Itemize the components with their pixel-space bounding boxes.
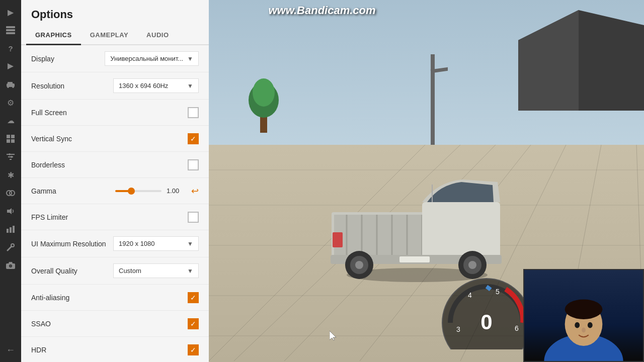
svg-point-27 [10, 265, 12, 267]
vertical-sync-setting: Vertical Sync ✓ [21, 126, 209, 152]
svg-rect-1 [6, 29, 15, 31]
camera-icon[interactable] [3, 257, 19, 274]
display-setting: Display Универсальный монит... ▼ [21, 45, 209, 72]
display-dropdown[interactable]: Универсальный монит... ▼ [105, 51, 199, 66]
svg-marker-81 [330, 331, 336, 340]
svg-marker-3 [8, 63, 14, 69]
svg-rect-2 [6, 32, 15, 34]
overall-quality-dropdown[interactable]: Custom ▼ [113, 263, 199, 278]
svg-rect-22 [13, 226, 15, 233]
svg-point-15 [9, 153, 11, 155]
svg-rect-5 [8, 82, 13, 84]
gamma-slider[interactable] [115, 190, 162, 192]
svg-rect-11 [11, 139, 15, 143]
sidebar: ▶ ? ⚙ ☁ ✱ ← [0, 0, 21, 362]
coins-icon[interactable] [3, 185, 19, 201]
svg-point-7 [12, 86, 14, 88]
media-icon[interactable] [3, 58, 19, 74]
svg-point-67 [468, 261, 476, 269]
ssao-checkbox[interactable]: ✓ [188, 318, 199, 329]
page-title: Options [21, 0, 209, 26]
filter-icon[interactable] [3, 149, 19, 165]
mouse-cursor [330, 331, 337, 343]
display-value: Универсальный монит... [110, 55, 183, 62]
svg-rect-20 [7, 229, 9, 233]
help-icon[interactable]: ? [3, 40, 19, 56]
borderless-setting: Borderless [21, 152, 209, 178]
anti-aliasing-setting: Anti-aliasing ✓ [21, 285, 209, 311]
ui-resolution-dropdown-arrow: ▼ [187, 240, 193, 247]
svg-text:6: 6 [515, 324, 519, 332]
wrench-icon[interactable] [3, 239, 19, 255]
resolution-value: 1360 x 694 60Hz [119, 82, 168, 89]
svg-point-79 [588, 322, 593, 328]
svg-point-24 [11, 244, 14, 247]
svg-text:5: 5 [496, 288, 500, 296]
chart-icon[interactable] [3, 221, 19, 237]
resolution-setting: Resolution 1360 x 694 60Hz ▼ [21, 72, 209, 100]
overall-quality-dropdown-arrow: ▼ [187, 267, 193, 275]
dark-structure [518, 0, 644, 111]
gamma-value: 1.00 [167, 187, 184, 195]
svg-rect-60 [399, 256, 430, 262]
svg-text:0: 0 [480, 310, 492, 334]
options-panel: Options GRAPHICS GAMEPLAY AUDIO Display … [21, 0, 209, 362]
settings-list: Display Универсальный монит... ▼ Resolut… [21, 45, 209, 362]
borderless-label: Borderless [31, 161, 188, 169]
svg-point-78 [575, 322, 580, 328]
overall-quality-value: Custom [119, 267, 141, 275]
svg-rect-9 [11, 135, 15, 138]
webcam-overlay [523, 269, 644, 362]
grid-icon[interactable] [3, 131, 19, 147]
back-icon[interactable]: ← [3, 342, 19, 358]
ui-resolution-label: UI Maximum Resolution [31, 240, 113, 248]
svg-point-64 [355, 261, 363, 269]
hdr-setting: HDR ✓ [21, 337, 209, 362]
fullscreen-checkbox[interactable] [188, 107, 199, 118]
fullscreen-setting: Full Screen [21, 100, 209, 126]
asterisk-icon[interactable]: ✱ [3, 167, 19, 183]
fps-limiter-checkbox[interactable] [188, 212, 199, 223]
settings-icon[interactable]: ⚙ [3, 95, 19, 111]
anti-aliasing-checkbox[interactable]: ✓ [188, 292, 199, 303]
layers-icon[interactable] [3, 22, 19, 38]
hdr-checkbox[interactable]: ✓ [188, 344, 199, 355]
svg-marker-28 [9, 262, 13, 263]
gamma-slider-container: 1.00 ↩ [115, 186, 199, 197]
ui-resolution-dropdown[interactable]: 1920 x 1080 ▼ [113, 236, 199, 251]
vertical-sync-checkbox[interactable]: ✓ [188, 133, 199, 144]
game-viewport: 0 3 4 5 6 [209, 0, 644, 362]
svg-rect-21 [10, 227, 12, 233]
resolution-dropdown[interactable]: 1360 x 694 60Hz ▼ [113, 78, 199, 93]
gamma-label: Gamma [31, 187, 115, 195]
display-label: Display [31, 55, 105, 63]
ui-resolution-value: 1920 x 1080 [119, 240, 155, 247]
hdr-label: HDR [31, 346, 188, 354]
truck [321, 132, 513, 283]
watermark: www.Bandicam.com [268, 4, 375, 17]
car-icon[interactable] [3, 76, 19, 93]
fps-limiter-label: FPS Limiter [31, 213, 188, 221]
cloud-icon[interactable]: ☁ [3, 113, 19, 129]
svg-rect-10 [7, 139, 10, 143]
svg-rect-0 [6, 26, 15, 28]
speedometer: 0 3 4 5 6 [440, 277, 533, 349]
svg-point-80 [582, 328, 586, 333]
svg-rect-8 [7, 135, 10, 138]
resolution-dropdown-arrow: ▼ [187, 82, 193, 89]
play-icon[interactable]: ▶ [3, 4, 19, 20]
svg-rect-57 [422, 202, 500, 262]
ui-resolution-setting: UI Maximum Resolution 1920 x 1080 ▼ [21, 230, 209, 257]
volume-icon[interactable] [3, 203, 19, 219]
svg-rect-50 [334, 215, 430, 260]
svg-marker-19 [7, 208, 12, 214]
gamma-slider-thumb [128, 188, 135, 195]
tab-audio[interactable]: AUDIO [137, 26, 178, 45]
gamma-setting: Gamma 1.00 ↩ [21, 178, 209, 204]
tab-graphics[interactable]: GRAPHICS [26, 26, 81, 45]
overall-quality-setting: Overall Quality Custom ▼ [21, 257, 209, 285]
borderless-checkbox[interactable] [188, 159, 199, 170]
tab-gameplay[interactable]: GAMEPLAY [81, 26, 137, 45]
ssao-label: SSAO [31, 320, 188, 328]
gamma-reset-button[interactable]: ↩ [191, 186, 199, 197]
